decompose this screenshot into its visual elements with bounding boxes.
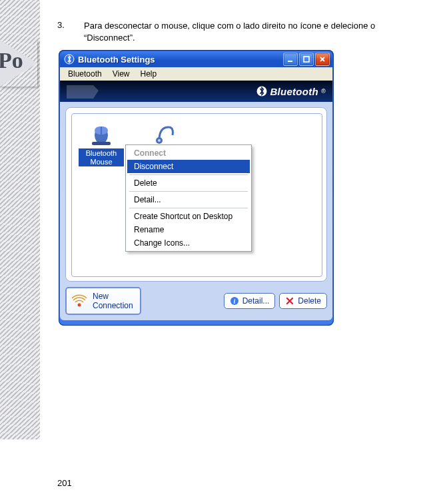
svg-rect-2 [304, 57, 309, 62]
detail-button[interactable]: i Detail... [224, 293, 276, 309]
device-mouse-label: Bluetooth Mouse [79, 148, 124, 166]
mouse-icon [88, 121, 115, 147]
binder-pages [0, 0, 40, 439]
menu-bar: Bluetooth View Help [60, 67, 332, 81]
headset-icon [151, 121, 178, 147]
ctx-detail[interactable]: Detail... [127, 193, 250, 206]
titlebar[interactable]: Bluetooth Settings [60, 51, 332, 67]
step-text: Para desconectar o mouse, clique com o l… [84, 20, 390, 43]
window-title: Bluetooth Settings [78, 55, 283, 65]
binder-decoration: Po [0, 0, 40, 439]
ctx-delete[interactable]: Delete [127, 176, 250, 190]
binder-triangle [0, 40, 37, 87]
bottom-buttons: New Connection i Detail... [65, 287, 327, 315]
menu-view[interactable]: View [107, 68, 135, 80]
radio-icon [69, 291, 89, 311]
instruction-step: 3. Para desconectar o mouse, clique com … [57, 20, 390, 43]
menu-help[interactable]: Help [135, 68, 163, 80]
ctx-separator [129, 174, 248, 175]
svg-marker-3 [67, 85, 99, 99]
delete-label: Delete [298, 296, 321, 306]
delete-icon [285, 296, 294, 306]
devices-panel[interactable]: Bluetooth Mouse [71, 113, 322, 277]
maximize-button[interactable] [299, 53, 314, 66]
svg-point-11 [78, 304, 81, 307]
new-connection-label: New Connection [93, 292, 133, 310]
info-icon: i [230, 296, 239, 306]
ctx-rename[interactable]: Rename [127, 223, 250, 236]
svg-text:i: i [233, 298, 235, 305]
svg-rect-8 [92, 142, 111, 145]
page-content: 3. Para desconectar o mouse, clique com … [57, 20, 390, 326]
bluetooth-brand: Bluetooth® [256, 86, 326, 97]
new-connection-button[interactable]: New Connection [65, 287, 141, 315]
binder-text: Po [0, 48, 23, 73]
delete-button[interactable]: Delete [279, 293, 327, 309]
ctx-create-shortcut[interactable]: Create Shortcut on Desktop [127, 210, 250, 223]
app-icon [64, 54, 75, 65]
device-mouse[interactable]: Bluetooth Mouse [79, 121, 124, 166]
bluetooth-icon [256, 86, 267, 97]
devices-outer: Bluetooth Mouse [65, 107, 327, 282]
minimize-button[interactable] [283, 53, 298, 66]
brand-bar: Bluetooth® [60, 81, 332, 102]
brand-label: Bluetooth [270, 86, 318, 97]
svg-rect-1 [288, 61, 292, 62]
right-buttons: i Detail... Delete [224, 293, 327, 309]
ctx-disconnect[interactable]: Disconnect [127, 160, 250, 173]
binder-tab: Po [0, 40, 40, 87]
page-number: 201 [57, 478, 72, 488]
ctx-separator [129, 191, 248, 192]
laptop-icon [64, 83, 104, 100]
svg-point-10 [158, 139, 161, 142]
context-menu: Connect Disconnect Delete Detail... Crea… [125, 144, 252, 252]
ctx-separator [129, 208, 248, 208]
bluetooth-window: Bluetooth Settings Bluetooth View Help [59, 50, 334, 326]
ctx-connect[interactable]: Connect [127, 146, 250, 160]
window-buttons [283, 53, 330, 66]
detail-label: Detail... [242, 296, 270, 306]
step-number: 3. [57, 20, 84, 30]
client-area: Bluetooth Mouse [60, 102, 332, 320]
close-button[interactable] [315, 53, 330, 66]
menu-bluetooth[interactable]: Bluetooth [63, 68, 107, 80]
ctx-change-icons[interactable]: Change Icons... [127, 236, 250, 250]
